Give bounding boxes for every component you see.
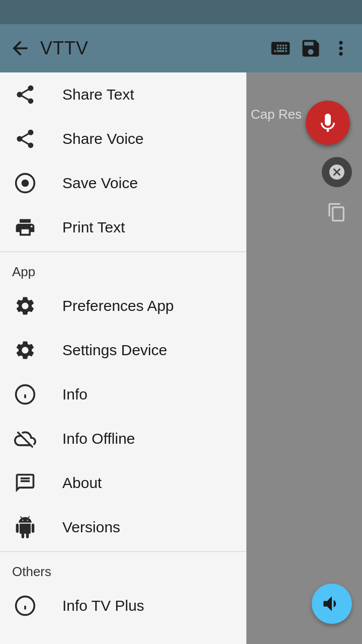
others-section-header: Others xyxy=(0,554,246,584)
menu-item-share-text[interactable]: Share Text xyxy=(0,72,246,117)
share-text-icon xyxy=(12,82,38,108)
menu-item-share-voice[interactable]: Share Voice xyxy=(0,117,246,161)
menu-item-info[interactable]: Info xyxy=(0,372,246,417)
info-offline-icon xyxy=(12,426,38,452)
save-button[interactable] xyxy=(298,35,324,61)
menu-item-info-tv-plus[interactable]: Info TV Plus xyxy=(0,584,246,628)
about-icon xyxy=(12,470,38,496)
divider-1 xyxy=(0,252,246,252)
menu-item-settings-device[interactable]: Settings Device xyxy=(0,328,246,372)
svg-point-1 xyxy=(22,180,29,187)
info-icon xyxy=(12,381,38,408)
more-options-button[interactable] xyxy=(328,35,354,61)
copy-button[interactable] xyxy=(322,197,352,227)
back-button[interactable] xyxy=(8,36,32,60)
settings-device-icon xyxy=(12,337,38,363)
print-text-label: Print Text xyxy=(62,219,125,236)
android-icon xyxy=(12,514,38,540)
mic-fab-button[interactable] xyxy=(306,101,350,145)
info-offline-label: Info Offline xyxy=(62,430,135,447)
save-voice-label: Save Voice xyxy=(62,175,138,192)
info-tv-plus-label: Info TV Plus xyxy=(62,597,144,614)
menu-item-about[interactable]: About xyxy=(0,461,246,505)
status-bar xyxy=(0,0,362,24)
menu-item-print-text[interactable]: Print Text xyxy=(0,205,246,250)
close-button[interactable] xyxy=(322,157,352,187)
preferences-app-label: Preferences App xyxy=(62,297,174,314)
cap-res-bar: Cap Res xyxy=(251,107,302,122)
info-label: Info xyxy=(62,386,87,403)
menu-item-preferences-app[interactable]: Preferences App xyxy=(0,284,246,328)
app-section-header: App xyxy=(0,254,246,284)
save-voice-icon xyxy=(12,170,38,196)
main-content: Share Text Share Voice Save Voice xyxy=(0,72,362,644)
divider-2 xyxy=(0,551,246,552)
print-icon xyxy=(12,214,38,240)
app-title: VTTV xyxy=(40,38,259,59)
right-panel: Cap Res xyxy=(246,72,362,644)
cap-res-text: Cap Res xyxy=(251,107,302,122)
about-label: About xyxy=(62,474,102,492)
menu-item-save-voice[interactable]: Save Voice xyxy=(0,161,246,205)
app-bar-actions xyxy=(267,35,354,61)
drawer-menu: Share Text Share Voice Save Voice xyxy=(0,72,246,644)
info-tv-plus-icon xyxy=(12,593,38,619)
share-text-label: Share Text xyxy=(62,86,134,103)
keyboard-button[interactable] xyxy=(267,35,294,61)
menu-item-versions[interactable]: Versions xyxy=(0,505,246,549)
svg-rect-6 xyxy=(21,477,30,479)
svg-rect-5 xyxy=(21,480,30,482)
speaker-fab-button[interactable] xyxy=(312,584,352,624)
share-voice-icon xyxy=(12,126,38,152)
app-bar: VTTV xyxy=(0,24,362,72)
versions-label: Versions xyxy=(62,519,120,536)
preferences-icon xyxy=(12,293,38,319)
menu-item-info-offline[interactable]: Info Offline xyxy=(0,417,246,461)
settings-device-label: Settings Device xyxy=(62,342,167,359)
share-voice-label: Share Voice xyxy=(62,130,144,147)
